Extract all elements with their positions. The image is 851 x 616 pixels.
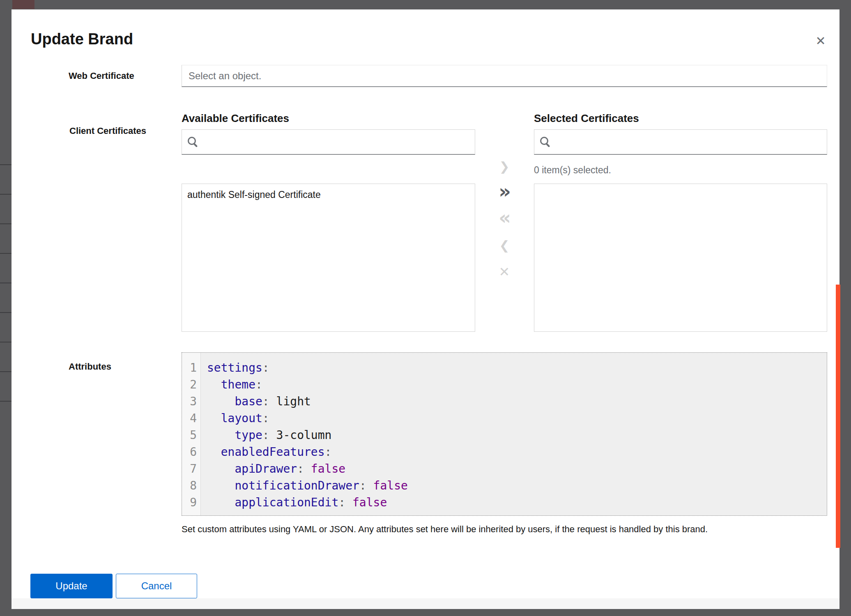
available-certificates-search-input[interactable]: [201, 136, 469, 148]
code-line: notificationDrawer: false: [207, 477, 827, 494]
page-backdrop: Update Brand ✕ Web Certificate Select an…: [0, 0, 851, 616]
modal-title: Update Brand: [31, 30, 133, 48]
code-line: settings:: [207, 359, 827, 376]
scrim-header-fragment: [12, 0, 34, 9]
code-line: layout:: [207, 410, 827, 427]
search-icon: [188, 137, 196, 145]
selected-count-status: 0 item(s) selected.: [534, 165, 611, 176]
list-item[interactable]: authentik Self-signed Certificate: [182, 184, 475, 206]
selected-certificates-title: Selected Certificates: [534, 112, 639, 125]
scrim-sidebar-rows: [0, 136, 12, 402]
clear-selection-button[interactable]: ✕: [491, 264, 518, 280]
code-line: apiDrawer: false: [207, 460, 827, 477]
update-button[interactable]: Update: [30, 574, 113, 598]
code-line-numbers: 123456789: [182, 353, 201, 515]
modal-footer-strip: [12, 598, 840, 609]
close-button[interactable]: ✕: [810, 31, 831, 51]
client-certificates-label: Client Certificates: [69, 125, 146, 137]
attributes-label: Attributes: [69, 361, 111, 372]
selected-certificates-list[interactable]: [534, 184, 827, 332]
attributes-code-editor[interactable]: 123456789 settings: theme: base: light l…: [182, 352, 827, 516]
code-line: type: 3-column: [207, 427, 827, 444]
available-certificates-title: Available Certificates: [182, 112, 289, 125]
available-certificates-search: [182, 129, 475, 155]
add-all-button[interactable]: »: [491, 185, 518, 201]
code-line: base: light: [207, 393, 827, 410]
available-certificates-list[interactable]: authentik Self-signed Certificate: [182, 184, 475, 332]
web-certificate-label: Web Certificate: [69, 70, 134, 82]
selected-certificates-search-input[interactable]: [553, 136, 821, 148]
close-icon: ✕: [815, 34, 826, 48]
attributes-help-text: Set custom attributes using YAML or JSON…: [182, 524, 826, 535]
cancel-button[interactable]: Cancel: [116, 574, 197, 598]
search-icon: [540, 137, 548, 145]
notification-drawer-edge-bar: [836, 285, 840, 548]
code-line: enabledFeatures:: [207, 444, 827, 460]
web-certificate-select[interactable]: Select an object.: [182, 65, 827, 87]
dual-list-transfer-controls: ❯ » « ❮ ✕: [490, 159, 519, 280]
code-line: applicationEdit: false: [207, 494, 827, 511]
remove-all-button[interactable]: «: [491, 211, 518, 228]
add-selected-button[interactable]: ❯: [491, 159, 518, 175]
update-brand-modal: Update Brand ✕ Web Certificate Select an…: [12, 9, 840, 609]
web-certificate-placeholder: Select an object.: [189, 70, 261, 82]
code-content[interactable]: settings: theme: base: light layout: typ…: [201, 353, 827, 515]
remove-selected-button[interactable]: ❮: [491, 237, 518, 254]
code-line: theme:: [207, 376, 827, 393]
selected-certificates-search: [534, 129, 827, 155]
